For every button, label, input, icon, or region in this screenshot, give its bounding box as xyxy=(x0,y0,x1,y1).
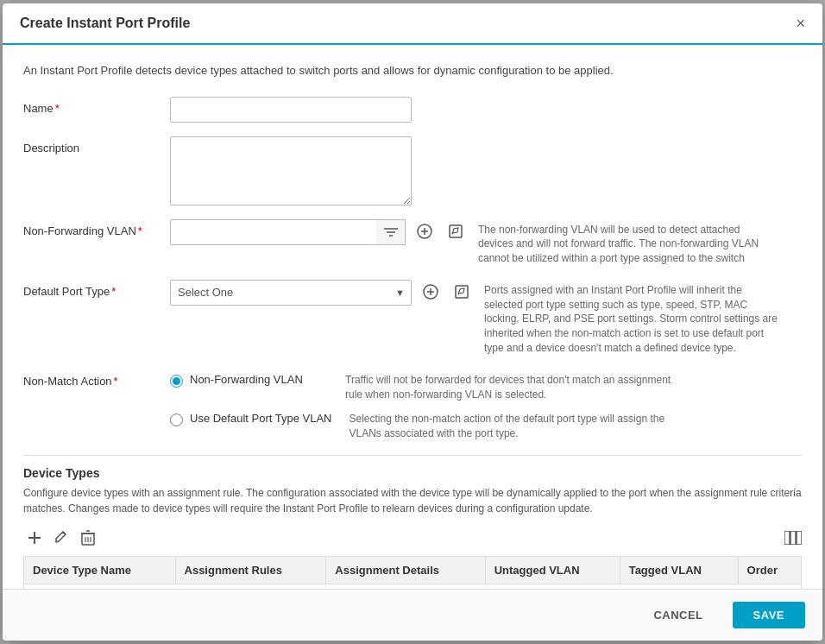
port-type-select[interactable]: Select One xyxy=(170,280,412,306)
edit-device-type-button[interactable] xyxy=(51,527,72,552)
columns-icon[interactable] xyxy=(784,531,802,548)
vlan-edit-button[interactable] xyxy=(444,219,468,243)
col-untagged-vlan: Untagged VLAN xyxy=(485,557,620,584)
description-label: Description xyxy=(23,136,170,155)
modal-header: Create Instant Port Profile × xyxy=(3,3,822,45)
name-control-area xyxy=(170,97,802,123)
radio-default-port-type-label: Use Default Port Type VLAN xyxy=(190,412,332,425)
radio-non-forwarding-hint: Traffic will not be forwarded for device… xyxy=(345,373,673,402)
radio-row-vlan: Non-Forwarding VLAN Traffic will not be … xyxy=(170,373,677,402)
vlan-label: Non-Forwarding VLAN* xyxy=(23,219,170,237)
svg-line-13 xyxy=(63,532,66,534)
col-order: Order xyxy=(738,557,801,584)
svg-rect-6 xyxy=(450,225,462,237)
device-types-desc: Configure device types with an assignmen… xyxy=(23,485,802,516)
vlan-row: Non-Forwarding VLAN* xyxy=(23,219,802,266)
device-types-section: Device Types Configure device types with… xyxy=(23,466,802,589)
col-assignment-rules: Assignment Rules xyxy=(175,557,326,584)
vlan-control-area: The non-forwarding VLAN will be used to … xyxy=(170,219,802,266)
modal-overlay: Create Instant Port Profile × An Instant… xyxy=(0,0,825,644)
delete-device-type-button[interactable] xyxy=(78,527,98,552)
modal-footer: CANCEL SAVE xyxy=(3,589,822,641)
port-type-select-wrap: Select One ▼ xyxy=(170,280,412,306)
radio-non-forwarding-label: Non-Forwarding VLAN xyxy=(190,373,328,386)
modal-dialog: Create Instant Port Profile × An Instant… xyxy=(3,3,822,641)
vlan-input[interactable] xyxy=(170,219,377,245)
svg-rect-21 xyxy=(790,531,796,545)
description-control-area xyxy=(170,136,802,205)
name-input[interactable] xyxy=(170,97,412,123)
filter-icon xyxy=(376,219,406,245)
radio-row-default-port: Use Default Port Type VLAN Selecting the… xyxy=(170,412,677,441)
radio-group: Non-Forwarding VLAN Traffic will not be … xyxy=(170,369,677,441)
non-match-row: Non-Match Action* Non-Forwarding VLAN Tr… xyxy=(23,369,802,441)
port-type-add-button[interactable] xyxy=(419,280,443,304)
table-header-row: Device Type Name Assignment Rules Assign… xyxy=(24,557,802,584)
description-row: Description xyxy=(23,136,802,205)
name-label: Name* xyxy=(23,97,170,115)
device-types-table: Device Type Name Assignment Rules Assign… xyxy=(23,556,802,589)
intro-text: An Instant Port Profile detects device t… xyxy=(23,62,802,79)
table-toolbar xyxy=(23,527,802,552)
col-assignment-details: Assignment Details xyxy=(326,557,485,584)
port-type-control-area: Select One ▼ xyxy=(170,280,802,356)
svg-rect-10 xyxy=(456,286,468,298)
svg-rect-20 xyxy=(784,531,790,545)
port-type-edit-button[interactable] xyxy=(450,280,474,304)
close-button[interactable]: × xyxy=(796,16,805,31)
port-type-row: Default Port Type* Select One ▼ xyxy=(23,280,802,356)
port-type-label: Default Port Type* xyxy=(23,280,170,298)
vlan-input-wrap xyxy=(170,219,406,245)
save-button[interactable]: SAVE xyxy=(733,602,805,628)
radio-non-forwarding[interactable] xyxy=(170,375,183,388)
port-type-hint: Ports assigned with an Instant Port Prof… xyxy=(484,280,778,356)
radio-default-port-type-hint: Selecting the non-match action of the de… xyxy=(350,412,677,441)
non-match-label: Non-Match Action* xyxy=(23,369,170,388)
add-device-type-button[interactable] xyxy=(23,527,46,552)
device-types-title: Device Types xyxy=(23,466,802,480)
modal-body: An Instant Port Profile detects device t… xyxy=(3,45,822,589)
cancel-button[interactable]: CANCEL xyxy=(633,602,723,628)
svg-rect-22 xyxy=(797,531,802,545)
toolbar-left xyxy=(23,527,98,552)
col-device-type-name: Device Type Name xyxy=(24,557,176,584)
vlan-hint: The non-forwarding VLAN will be used to … xyxy=(478,219,771,266)
modal-title: Create Instant Port Profile xyxy=(20,16,190,31)
description-textarea[interactable] xyxy=(170,136,412,205)
radio-default-port-type[interactable] xyxy=(170,414,183,426)
non-match-control-area: Non-Forwarding VLAN Traffic will not be … xyxy=(170,369,802,441)
name-row: Name* xyxy=(23,97,802,123)
vlan-add-button[interactable] xyxy=(412,219,437,243)
col-tagged-vlan: Tagged VLAN xyxy=(620,557,738,584)
section-divider xyxy=(23,455,802,456)
